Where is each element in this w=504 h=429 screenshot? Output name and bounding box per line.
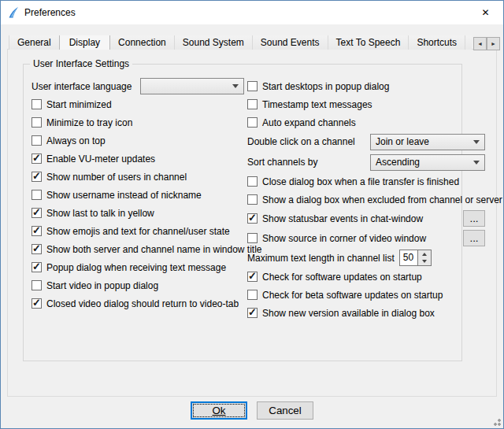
chevron-down-icon — [473, 140, 480, 144]
checkbox-row[interactable]: Show new version available in dialog box — [247, 304, 485, 322]
checkbox[interactable] — [32, 117, 42, 128]
title-bar[interactable]: Preferences ✕ — [1, 1, 503, 24]
double-click-row: Double click on a channel Join or leave — [247, 131, 485, 152]
close-button[interactable]: ✕ — [468, 1, 503, 24]
checkbox-row[interactable]: Start desktops in popup dialog — [247, 77, 485, 95]
checkbox-row[interactable]: Timestamp text messages — [247, 95, 485, 113]
cancel-button[interactable]: Cancel — [257, 401, 313, 420]
checkbox[interactable] — [32, 298, 42, 309]
checkbox-row[interactable]: Start minimized — [32, 95, 244, 113]
button-row: Ok Cancel — [1, 401, 503, 420]
tab-sound-events[interactable]: Sound Events — [252, 35, 328, 50]
checkbox-row[interactable]: Check for software updates on startup — [247, 268, 485, 286]
checkbox[interactable] — [32, 208, 42, 218]
checkbox[interactable] — [32, 153, 42, 164]
max-text-length-label: Maximum text length in channel list — [247, 253, 395, 264]
right-column: Start desktops in popup dialog Timestamp… — [247, 77, 485, 322]
checkbox-label: Show emojis and text for channel/user st… — [46, 226, 230, 237]
max-text-length-spinner[interactable]: 50 — [399, 250, 432, 266]
checkbox-row[interactable]: Enable VU-meter updates — [32, 150, 244, 168]
checkbox-row[interactable]: Start video in popup dialog — [32, 276, 244, 294]
checkbox-label: Start desktops in popup dialog — [262, 81, 389, 92]
spinner-up-icon[interactable] — [418, 250, 431, 258]
checkbox-row[interactable]: Show emojis and text for channel/user st… — [32, 222, 244, 240]
statusbar-events-more-button[interactable]: ... — [463, 210, 485, 227]
checkbox[interactable] — [32, 244, 42, 254]
tab-shortcuts[interactable]: Shortcuts — [408, 35, 465, 50]
checkbox[interactable] — [247, 272, 258, 282]
tab-scroll-left-icon[interactable]: ◄ — [473, 37, 487, 50]
checkbox-row[interactable]: Show both server and channel name in win… — [32, 240, 244, 258]
checkbox-row[interactable]: Minimize to tray icon — [32, 113, 244, 131]
checkbox-label: Always on top — [46, 135, 106, 146]
video-source-row: Show source in corner of video window ..… — [247, 228, 485, 248]
checkbox-label: Start video in popup dialog — [46, 280, 158, 291]
max-text-length-row: Maximum text length in channel list 50 — [247, 248, 485, 268]
tab-text-to-speech[interactable]: Text To Speech — [328, 35, 410, 50]
checkbox[interactable] — [247, 81, 258, 91]
checkbox-row[interactable]: Auto expand channels — [247, 113, 485, 131]
language-row: User interface language — [32, 77, 244, 95]
checkbox-row[interactable]: Show number of users in channel — [32, 168, 244, 186]
checkbox[interactable] — [32, 135, 42, 146]
checkbox-label: Popup dialog when receiving text message — [46, 262, 226, 273]
checkbox-row[interactable]: Popup dialog when receiving text message — [32, 258, 244, 276]
checkbox[interactable] — [247, 176, 258, 187]
checkbox-label: Show new version available in dialog box — [262, 308, 435, 319]
tab-scroll-right-icon[interactable]: ► — [487, 37, 500, 50]
checkbox-row[interactable]: Show last to talk in yellow — [32, 204, 244, 222]
video-source-more-button[interactable]: ... — [463, 230, 485, 246]
checkbox[interactable] — [32, 226, 42, 236]
spinner-buttons — [418, 250, 432, 266]
checkbox[interactable] — [32, 172, 42, 182]
checkbox[interactable] — [32, 262, 42, 272]
chevron-down-icon — [473, 161, 480, 165]
checkbox[interactable] — [32, 99, 42, 109]
checkbox[interactable] — [247, 290, 258, 300]
double-click-label: Double click on a channel — [247, 136, 355, 147]
tab-general[interactable]: General — [9, 35, 60, 50]
max-text-length-value[interactable]: 50 — [399, 250, 418, 266]
checkbox-label: Show source in corner of video window — [262, 233, 426, 244]
checkbox[interactable] — [247, 308, 258, 318]
checkbox-label: Close dialog box when a file transfer is… — [262, 176, 459, 187]
checkbox-label: Timestamp text messages — [262, 99, 372, 110]
checkbox-row[interactable]: Show a dialog box when excluded from cha… — [247, 190, 485, 209]
tab-sound-system[interactable]: Sound System — [174, 35, 253, 50]
checkbox-row[interactable]: Closed video dialog should return to vid… — [32, 294, 244, 313]
checkbox-row[interactable]: Check for beta software updates on start… — [247, 286, 485, 304]
checkbox-label: Enable VU-meter updates — [46, 153, 155, 165]
checkbox-label: Show statusbar events in chat-window — [262, 213, 423, 224]
tab-connection[interactable]: Connection — [109, 35, 175, 50]
checkbox-label: Auto expand channels — [262, 117, 356, 128]
resize-grip-icon[interactable] — [491, 416, 501, 426]
checkbox[interactable] — [247, 233, 258, 243]
sort-channels-dropdown[interactable]: Ascending — [370, 154, 485, 171]
checkbox-label: Check for beta software updates on start… — [262, 290, 443, 301]
checkbox[interactable] — [247, 99, 258, 109]
language-dropdown[interactable] — [140, 78, 244, 94]
checkbox[interactable] — [247, 117, 258, 128]
double-click-dropdown[interactable]: Join or leave — [370, 134, 485, 150]
ok-button[interactable]: Ok — [191, 401, 247, 420]
checkbox[interactable] — [32, 280, 42, 290]
sort-channels-row: Sort channels by Ascending — [247, 152, 485, 172]
double-click-value: Join or leave — [376, 136, 429, 147]
checkbox-label: Show a dialog box when excluded from cha… — [262, 194, 502, 205]
spinner-down-icon[interactable] — [418, 258, 431, 266]
checkbox-label: Start minimized — [46, 99, 112, 110]
checkbox-row[interactable]: Show username instead of nickname — [32, 186, 244, 204]
tab-video[interactable]: Video — [465, 35, 472, 50]
language-label: User interface language — [32, 81, 132, 92]
checkbox-row[interactable]: Close dialog box when a file transfer is… — [247, 172, 485, 190]
checkbox[interactable] — [32, 190, 42, 200]
checkbox-label: Show last to talk in yellow — [46, 208, 154, 219]
checkbox[interactable] — [247, 213, 258, 224]
window-title: Preferences — [24, 7, 76, 18]
sort-channels-value: Ascending — [376, 157, 420, 168]
preferences-dialog: Preferences ✕ General Display Connection… — [0, 0, 504, 429]
checkbox-label: Show number of users in channel — [46, 172, 187, 183]
checkbox[interactable] — [247, 194, 258, 205]
tab-display[interactable]: Display — [59, 35, 110, 50]
checkbox-row[interactable]: Always on top — [32, 131, 244, 150]
